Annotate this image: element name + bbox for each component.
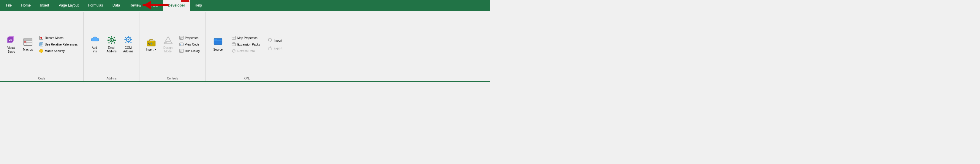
com-add-ins-button[interactable]: COMAdd-ins <box>121 35 136 54</box>
visual-basic-button[interactable]: VB VisualBasic <box>3 35 19 54</box>
macros-button[interactable]: Macros <box>20 35 36 54</box>
tab-page-layout[interactable]: Page Layout <box>54 0 83 11</box>
source-label: Source <box>213 48 223 51</box>
svg-rect-37 <box>125 37 126 38</box>
excel-add-ins-button[interactable]: ExcelAdd-ins <box>104 35 119 54</box>
refresh-data-icon <box>231 48 236 53</box>
export-button[interactable]: Export <box>266 45 285 51</box>
design-mode-icon <box>163 35 173 45</box>
source-icon <box>213 37 223 47</box>
add-ins-button[interactable]: Add-ins <box>87 35 103 54</box>
svg-rect-38 <box>130 37 131 38</box>
com-add-ins-label: COMAdd-ins <box>123 46 133 53</box>
run-dialog-label: Run Dialog <box>185 50 200 53</box>
run-dialog-button[interactable]: Run Dialog <box>177 48 202 54</box>
excel-add-ins-label: ExcelAdd-ins <box>107 46 117 53</box>
svg-point-14 <box>40 37 42 39</box>
macro-security-icon: ! <box>39 48 44 53</box>
tab-formulas[interactable]: Formulas <box>83 0 108 11</box>
tab-developer[interactable]: Developer <box>163 0 190 11</box>
controls-small-buttons: Properties { } View Code <box>177 35 202 54</box>
svg-text:{ }: { } <box>180 43 183 46</box>
refresh-data-label: Refresh Data <box>237 50 255 53</box>
expansion-packs-label: Expansion Packs <box>237 43 260 46</box>
svg-marker-76 <box>269 42 271 42</box>
use-relative-icon <box>39 42 44 47</box>
tab-file[interactable]: File <box>1 0 16 11</box>
svg-rect-43 <box>149 41 154 42</box>
svg-rect-40 <box>130 42 131 43</box>
record-macro-button[interactable]: Record Macro <box>37 35 80 41</box>
svg-rect-28 <box>113 37 115 39</box>
svg-rect-67 <box>232 36 235 40</box>
com-add-ins-icon <box>124 35 133 45</box>
use-relative-button[interactable]: Use Relative References <box>37 41 80 47</box>
svg-rect-77 <box>269 48 271 50</box>
tab-review[interactable]: Review <box>125 0 146 11</box>
svg-rect-26 <box>115 40 116 41</box>
import-label: Import <box>274 39 282 42</box>
macro-security-button[interactable]: ! Macro Security <box>37 48 80 54</box>
svg-rect-30 <box>113 42 115 44</box>
svg-rect-36 <box>130 39 132 40</box>
visual-basic-label: VisualBasic <box>7 46 15 53</box>
import-button[interactable]: Import <box>266 37 285 43</box>
xml-section-label: XML <box>208 76 286 81</box>
view-code-label: View Code <box>185 43 199 46</box>
add-ins-label: Add-ins <box>92 46 98 53</box>
properties-label: Properties <box>185 36 199 40</box>
svg-rect-74 <box>269 39 271 41</box>
svg-rect-8 <box>24 39 32 41</box>
svg-point-45 <box>150 43 151 44</box>
visual-basic-icon: VB <box>6 35 16 45</box>
section-code: VB VisualBasic <box>0 12 84 81</box>
run-dialog-icon <box>179 48 184 53</box>
addins-section-label: Add-ins <box>86 76 137 81</box>
excel-ribbon: File Home Insert Page Layout Formulas Da… <box>0 0 490 82</box>
svg-rect-12 <box>24 41 26 43</box>
design-mode-button[interactable]: DesignMode <box>161 35 176 54</box>
svg-rect-66 <box>215 39 217 40</box>
xml-small-buttons-left: Map Properties Expansion Packs <box>229 35 262 54</box>
source-button[interactable]: Source <box>209 35 227 54</box>
section-controls: Insert ▼ DesignMode <box>140 12 205 81</box>
tab-help[interactable]: Help <box>190 0 207 11</box>
view-code-icon: { } <box>179 42 184 47</box>
record-macro-label: Record Macro <box>45 36 64 40</box>
insert-label: Insert <box>146 48 154 51</box>
properties-button[interactable]: Properties <box>177 35 202 41</box>
tab-home[interactable]: Home <box>16 0 35 11</box>
svg-rect-23 <box>111 36 112 37</box>
svg-marker-73 <box>232 51 233 52</box>
svg-rect-25 <box>108 40 109 41</box>
code-small-buttons: Record Macro Use Relative References <box>37 35 80 54</box>
import-icon <box>268 38 273 43</box>
tab-insert[interactable]: Insert <box>35 0 54 11</box>
map-properties-label: Map Properties <box>237 36 258 40</box>
refresh-data-button[interactable]: Refresh Data <box>229 48 262 54</box>
view-code-button[interactable]: { } View Code <box>177 41 202 47</box>
use-relative-label: Use Relative References <box>45 43 78 46</box>
properties-icon <box>179 35 184 40</box>
svg-marker-79 <box>269 47 271 47</box>
insert-icon <box>146 37 156 47</box>
svg-text:!: ! <box>41 50 41 52</box>
macro-security-label: Macro Security <box>45 50 65 53</box>
svg-point-32 <box>127 39 129 40</box>
section-xml: Source Map Properties <box>205 12 288 81</box>
expansion-packs-button[interactable]: Expansion Packs <box>229 41 262 47</box>
tab-view[interactable]: View <box>146 0 163 11</box>
svg-rect-39 <box>125 42 126 43</box>
expansion-packs-icon <box>231 42 236 47</box>
tab-bar: File Home Insert Page Layout Formulas Da… <box>0 0 490 11</box>
ribbon-body: VB VisualBasic <box>0 11 490 81</box>
svg-text:VB: VB <box>9 39 13 41</box>
insert-button[interactable]: Insert ▼ <box>143 35 159 54</box>
svg-rect-34 <box>128 42 129 43</box>
map-properties-icon <box>231 35 236 40</box>
macros-label: Macros <box>23 48 33 51</box>
tab-data[interactable]: Data <box>108 0 125 11</box>
macros-icon <box>23 37 33 47</box>
xml-import-export-buttons: Import Export <box>266 35 285 54</box>
map-properties-button[interactable]: Map Properties <box>229 35 262 41</box>
